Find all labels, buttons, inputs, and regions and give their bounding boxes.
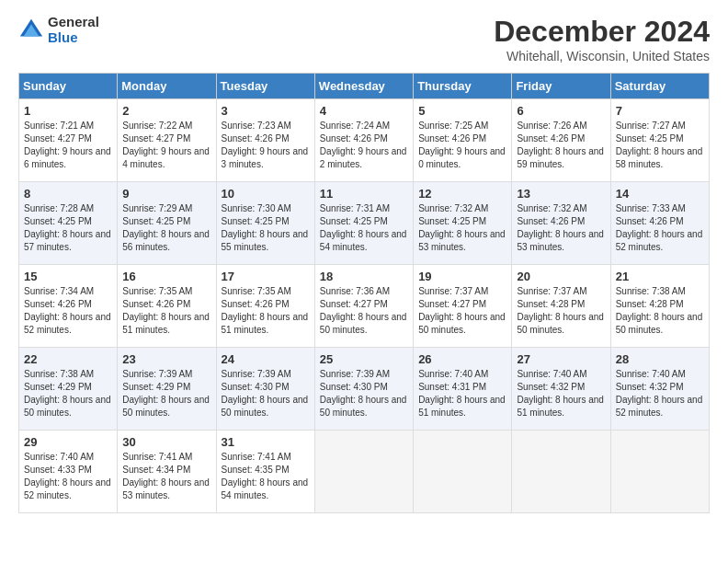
location: Whitehall, Wisconsin, United States <box>494 49 710 63</box>
calendar-empty-cell <box>414 431 512 513</box>
day-number: 17 <box>222 270 310 283</box>
title-block: December 2024 Whitehall, Wisconsin, Unit… <box>494 15 710 63</box>
calendar-day-cell: 5Sunrise: 7:25 AMSunset: 4:26 PMDaylight… <box>414 99 512 182</box>
day-details: Sunrise: 7:32 AMSunset: 4:26 PMDaylight:… <box>517 202 605 254</box>
calendar-day-cell: 18Sunrise: 7:36 AMSunset: 4:27 PMDayligh… <box>314 265 413 348</box>
day-number: 31 <box>222 435 310 449</box>
calendar-day-cell: 1Sunrise: 7:21 AMSunset: 4:27 PMDaylight… <box>19 99 118 182</box>
calendar-empty-cell <box>610 431 709 513</box>
day-number: 30 <box>122 435 210 449</box>
day-details: Sunrise: 7:36 AMSunset: 4:27 PMDaylight:… <box>320 285 408 337</box>
calendar-day-cell: 24Sunrise: 7:39 AMSunset: 4:30 PMDayligh… <box>216 348 314 431</box>
day-number: 21 <box>616 270 704 283</box>
day-details: Sunrise: 7:38 AMSunset: 4:29 PMDaylight:… <box>24 368 112 419</box>
day-number: 9 <box>122 187 210 201</box>
day-number: 12 <box>418 187 506 201</box>
logo-blue-text: Blue <box>48 30 99 46</box>
calendar-week-row: 29Sunrise: 7:40 AMSunset: 4:33 PMDayligh… <box>19 431 710 513</box>
calendar-week-row: 15Sunrise: 7:34 AMSunset: 4:26 PMDayligh… <box>19 265 710 348</box>
day-details: Sunrise: 7:23 AMSunset: 4:26 PMDaylight:… <box>222 120 310 171</box>
calendar-day-cell: 28Sunrise: 7:40 AMSunset: 4:32 PMDayligh… <box>610 348 709 431</box>
day-details: Sunrise: 7:30 AMSunset: 4:25 PMDaylight:… <box>222 202 310 254</box>
calendar-day-cell: 2Sunrise: 7:22 AMSunset: 4:27 PMDaylight… <box>118 99 216 182</box>
day-number: 25 <box>320 352 408 366</box>
day-details: Sunrise: 7:26 AMSunset: 4:26 PMDaylight:… <box>517 120 605 171</box>
day-details: Sunrise: 7:35 AMSunset: 4:26 PMDaylight:… <box>122 285 210 337</box>
day-number: 6 <box>517 104 605 118</box>
day-number: 29 <box>24 435 112 449</box>
day-number: 22 <box>24 352 112 366</box>
day-details: Sunrise: 7:24 AMSunset: 4:26 PMDaylight:… <box>320 120 408 171</box>
day-number: 24 <box>222 352 310 366</box>
calendar-week-row: 8Sunrise: 7:28 AMSunset: 4:25 PMDaylight… <box>19 182 710 265</box>
day-details: Sunrise: 7:37 AMSunset: 4:28 PMDaylight:… <box>517 285 605 337</box>
day-details: Sunrise: 7:39 AMSunset: 4:29 PMDaylight:… <box>122 368 210 419</box>
day-number: 18 <box>320 270 408 283</box>
calendar-empty-cell <box>314 431 413 513</box>
calendar-empty-cell <box>512 431 610 513</box>
calendar-header-tuesday: Tuesday <box>216 74 314 99</box>
day-details: Sunrise: 7:28 AMSunset: 4:25 PMDaylight:… <box>24 202 112 254</box>
calendar-day-cell: 8Sunrise: 7:28 AMSunset: 4:25 PMDaylight… <box>19 182 118 265</box>
calendar-day-cell: 9Sunrise: 7:29 AMSunset: 4:25 PMDaylight… <box>118 182 216 265</box>
calendar-day-cell: 30Sunrise: 7:41 AMSunset: 4:34 PMDayligh… <box>118 431 216 513</box>
calendar-day-cell: 11Sunrise: 7:31 AMSunset: 4:25 PMDayligh… <box>314 182 413 265</box>
day-details: Sunrise: 7:37 AMSunset: 4:27 PMDaylight:… <box>418 285 506 337</box>
calendar-day-cell: 7Sunrise: 7:27 AMSunset: 4:25 PMDaylight… <box>610 99 709 182</box>
calendar-header-saturday: Saturday <box>610 74 709 99</box>
day-number: 16 <box>122 270 210 283</box>
calendar-header-wednesday: Wednesday <box>314 74 413 99</box>
calendar-day-cell: 19Sunrise: 7:37 AMSunset: 4:27 PMDayligh… <box>414 265 512 348</box>
day-details: Sunrise: 7:38 AMSunset: 4:28 PMDaylight:… <box>616 285 704 337</box>
day-number: 10 <box>222 187 310 201</box>
page-header: General Blue December 2024 Whitehall, Wi… <box>18 15 710 63</box>
day-number: 1 <box>24 104 112 118</box>
calendar-day-cell: 23Sunrise: 7:39 AMSunset: 4:29 PMDayligh… <box>118 348 216 431</box>
day-details: Sunrise: 7:40 AMSunset: 4:31 PMDaylight:… <box>418 368 506 419</box>
day-number: 5 <box>418 104 506 118</box>
day-details: Sunrise: 7:32 AMSunset: 4:25 PMDaylight:… <box>418 202 506 254</box>
calendar-day-cell: 14Sunrise: 7:33 AMSunset: 4:26 PMDayligh… <box>610 182 709 265</box>
calendar-header-monday: Monday <box>118 74 216 99</box>
day-number: 27 <box>517 352 605 366</box>
calendar-day-cell: 12Sunrise: 7:32 AMSunset: 4:25 PMDayligh… <box>414 182 512 265</box>
day-number: 20 <box>517 270 605 283</box>
calendar-header-sunday: Sunday <box>19 74 118 99</box>
calendar-day-cell: 6Sunrise: 7:26 AMSunset: 4:26 PMDaylight… <box>512 99 610 182</box>
day-number: 23 <box>122 352 210 366</box>
day-details: Sunrise: 7:33 AMSunset: 4:26 PMDaylight:… <box>616 202 704 254</box>
day-details: Sunrise: 7:34 AMSunset: 4:26 PMDaylight:… <box>24 285 112 337</box>
day-details: Sunrise: 7:21 AMSunset: 4:27 PMDaylight:… <box>24 120 112 171</box>
calendar-day-cell: 22Sunrise: 7:38 AMSunset: 4:29 PMDayligh… <box>19 348 118 431</box>
calendar-header-thursday: Thursday <box>414 74 512 99</box>
day-details: Sunrise: 7:40 AMSunset: 4:33 PMDaylight:… <box>24 451 112 502</box>
calendar-header-friday: Friday <box>512 74 610 99</box>
calendar-week-row: 22Sunrise: 7:38 AMSunset: 4:29 PMDayligh… <box>19 348 710 431</box>
day-details: Sunrise: 7:40 AMSunset: 4:32 PMDaylight:… <box>517 368 605 419</box>
day-details: Sunrise: 7:39 AMSunset: 4:30 PMDaylight:… <box>320 368 408 419</box>
logo-icon <box>18 17 44 43</box>
calendar-table: SundayMondayTuesdayWednesdayThursdayFrid… <box>18 73 710 513</box>
logo: General Blue <box>18 15 99 45</box>
day-details: Sunrise: 7:41 AMSunset: 4:34 PMDaylight:… <box>122 451 210 502</box>
calendar-day-cell: 20Sunrise: 7:37 AMSunset: 4:28 PMDayligh… <box>512 265 610 348</box>
calendar-week-row: 1Sunrise: 7:21 AMSunset: 4:27 PMDaylight… <box>19 99 710 182</box>
day-number: 14 <box>616 187 704 201</box>
calendar-day-cell: 25Sunrise: 7:39 AMSunset: 4:30 PMDayligh… <box>314 348 413 431</box>
day-details: Sunrise: 7:27 AMSunset: 4:25 PMDaylight:… <box>616 120 704 171</box>
calendar-day-cell: 16Sunrise: 7:35 AMSunset: 4:26 PMDayligh… <box>118 265 216 348</box>
day-number: 4 <box>320 104 408 118</box>
month-title: December 2024 <box>494 15 710 49</box>
logo-text: General Blue <box>48 15 99 45</box>
day-number: 26 <box>418 352 506 366</box>
day-details: Sunrise: 7:41 AMSunset: 4:35 PMDaylight:… <box>222 451 310 502</box>
day-details: Sunrise: 7:22 AMSunset: 4:27 PMDaylight:… <box>122 120 210 171</box>
day-number: 11 <box>320 187 408 201</box>
calendar-day-cell: 13Sunrise: 7:32 AMSunset: 4:26 PMDayligh… <box>512 182 610 265</box>
day-number: 13 <box>517 187 605 201</box>
calendar-day-cell: 15Sunrise: 7:34 AMSunset: 4:26 PMDayligh… <box>19 265 118 348</box>
calendar-day-cell: 3Sunrise: 7:23 AMSunset: 4:26 PMDaylight… <box>216 99 314 182</box>
calendar-header-row: SundayMondayTuesdayWednesdayThursdayFrid… <box>19 74 710 99</box>
day-number: 3 <box>222 104 310 118</box>
day-details: Sunrise: 7:29 AMSunset: 4:25 PMDaylight:… <box>122 202 210 254</box>
